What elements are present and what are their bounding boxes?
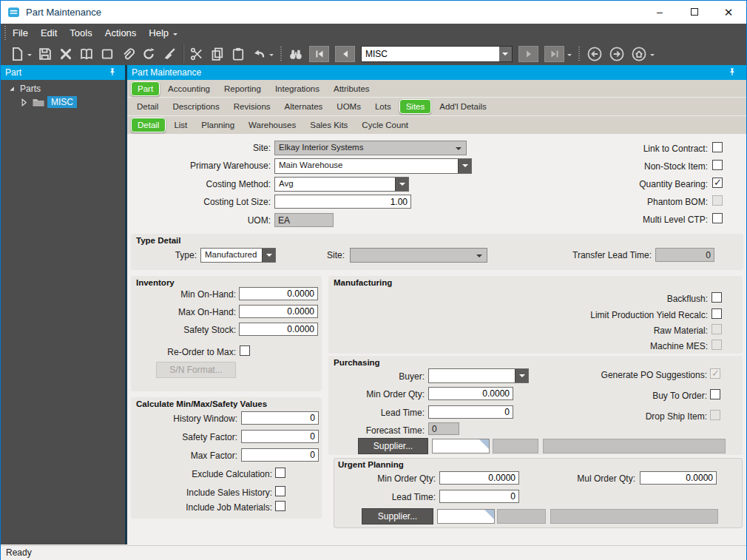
menu-help[interactable]: Help [149, 27, 169, 38]
back-icon[interactable] [587, 46, 603, 62]
minimize-button[interactable]: – [643, 1, 677, 24]
memo-icon[interactable] [100, 47, 115, 61]
undo-icon[interactable] [251, 47, 266, 61]
site-select[interactable]: Elkay Interior Systems [274, 141, 467, 155]
safety-factor-input[interactable] [241, 430, 319, 443]
new-dropdown-caret-icon[interactable] [27, 54, 32, 58]
tab-attributes[interactable]: Attributes [328, 81, 376, 96]
delete-icon[interactable] [58, 47, 73, 61]
mul-order-qty-input[interactable] [640, 471, 717, 485]
search-icon[interactable] [288, 47, 303, 61]
clear-icon[interactable] [162, 47, 177, 61]
tab-revisions[interactable]: Revisions [228, 99, 277, 114]
tab-accounting[interactable]: Accounting [162, 81, 216, 96]
primary-warehouse-select[interactable]: Main Warehouse [274, 158, 472, 174]
menu-overflow-caret-icon[interactable] [173, 33, 178, 38]
link-to-contract-checkbox[interactable] [712, 142, 723, 152]
multi-level-ctp-checkbox[interactable] [712, 213, 723, 223]
clipboard-dropdown-caret-icon[interactable] [269, 54, 274, 58]
toolbar-grip-2[interactable] [578, 47, 581, 61]
menu-actions[interactable]: Actions [105, 27, 137, 38]
purch-min-order-qty-input[interactable] [428, 387, 513, 400]
save-icon[interactable] [38, 47, 53, 61]
supplier-button[interactable]: Supplier... [358, 438, 428, 454]
pin-icon[interactable] [107, 67, 118, 78]
tree-root-label[interactable]: Parts [20, 84, 41, 94]
cut-icon[interactable] [189, 47, 204, 61]
nav-dropdown-caret-icon[interactable] [567, 54, 572, 58]
max-factor-input[interactable] [241, 448, 319, 462]
dropdown-caret-icon[interactable] [456, 147, 462, 153]
record-dropdown-icon[interactable] [499, 47, 512, 61]
costing-method-select[interactable]: Avg [274, 177, 409, 192]
tab-part[interactable]: Part [131, 81, 160, 96]
include-job-materials-checkbox[interactable] [275, 501, 285, 511]
dropdown-button-icon[interactable] [262, 249, 275, 262]
toolbar-grip[interactable] [280, 47, 283, 61]
buyer-select[interactable] [428, 368, 529, 383]
record-search-combo[interactable]: MISC [361, 46, 513, 62]
forward-icon[interactable] [609, 46, 625, 62]
type-select[interactable]: Manufactured [200, 248, 276, 263]
expanded-arrow-icon[interactable] [7, 84, 18, 95]
tab-integrations[interactable]: Integrations [269, 81, 325, 96]
safety-stock-input[interactable] [239, 323, 318, 336]
tab-alternates[interactable]: Alternates [279, 99, 329, 114]
include-sales-history-checkbox[interactable] [275, 486, 285, 496]
tab-warehouses[interactable]: Warehouses [243, 118, 302, 132]
urgent-supplier-button[interactable]: Supplier... [362, 508, 433, 524]
menu-grip[interactable] [4, 26, 7, 41]
supplier-id-input[interactable] [432, 439, 490, 453]
non-stock-item-checkbox[interactable] [712, 160, 723, 170]
tab-lots[interactable]: Lots [369, 99, 397, 114]
attachment-icon[interactable] [121, 47, 135, 61]
backflush-checkbox[interactable] [711, 292, 722, 303]
reorder-to-max-checkbox[interactable] [240, 345, 250, 356]
limit-production-yield-recalc-checkbox[interactable] [711, 308, 722, 319]
history-window-input[interactable] [241, 411, 319, 425]
tab-descriptions[interactable]: Descriptions [166, 99, 225, 114]
urgent-min-order-qty-input[interactable] [439, 471, 519, 485]
max-on-hand-input[interactable] [239, 305, 318, 318]
dropdown-button-icon[interactable] [458, 159, 471, 173]
tab-planning[interactable]: Planning [195, 118, 240, 132]
tab-list[interactable]: List [168, 118, 193, 132]
dropdown-button-icon[interactable] [515, 369, 528, 382]
purch-lead-time-input[interactable] [428, 405, 513, 419]
tab-uoms[interactable]: UOMs [331, 99, 367, 114]
urgent-supplier-id-input[interactable] [437, 509, 495, 524]
maximize-button[interactable] [677, 1, 711, 24]
web-dropdown-caret-icon[interactable] [650, 54, 655, 58]
tree-selected-label[interactable]: MISC [47, 96, 77, 108]
dropdown-button-icon[interactable] [395, 178, 408, 191]
tab-cycle-count[interactable]: Cycle Count [356, 118, 414, 132]
menu-edit[interactable]: Edit [41, 27, 57, 38]
new-icon[interactable] [10, 47, 24, 61]
refresh-icon[interactable] [141, 47, 156, 61]
tab-addl-details[interactable]: Add'l Details [433, 99, 493, 114]
costing-lot-size-input[interactable] [274, 195, 411, 209]
home-icon[interactable] [631, 46, 647, 62]
pin-icon-main[interactable] [727, 67, 737, 78]
previous-record-button[interactable] [335, 46, 355, 62]
first-record-button[interactable] [309, 46, 329, 62]
tab-reporting[interactable]: Reporting [218, 81, 267, 96]
last-record-button[interactable] [544, 46, 564, 62]
menu-file[interactable]: File [13, 27, 28, 38]
urgent-lead-time-input[interactable] [439, 490, 519, 503]
next-record-button[interactable] [518, 46, 538, 62]
tree-node-parts[interactable]: Parts [7, 82, 41, 95]
copy-icon[interactable] [210, 47, 225, 61]
tab-sales-kits[interactable]: Sales Kits [304, 118, 354, 132]
tree-node-misc[interactable]: MISC [18, 95, 77, 109]
tab-detail[interactable]: Detail [131, 99, 164, 114]
exclude-calculation-checkbox[interactable] [275, 468, 285, 478]
buy-to-order-checkbox[interactable] [710, 389, 720, 399]
menu-tools[interactable]: Tools [70, 27, 92, 38]
tab-sites-detail[interactable]: Detail [131, 118, 166, 132]
tab-sites[interactable]: Sites [399, 99, 432, 114]
quantity-bearing-checkbox[interactable] [712, 178, 723, 188]
book-icon[interactable] [79, 47, 94, 61]
close-button[interactable]: ✕ [711, 1, 746, 24]
min-on-hand-input[interactable] [239, 287, 318, 300]
